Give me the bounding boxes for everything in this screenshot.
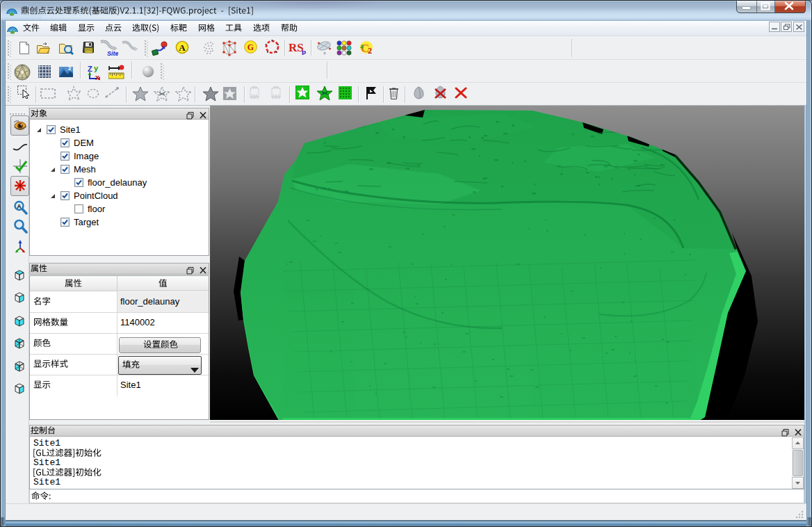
svg-text:p: p	[302, 47, 306, 55]
svg-text:x: x	[95, 73, 100, 81]
svg-text:A: A	[17, 203, 22, 210]
svg-text:y: y	[94, 65, 99, 72]
svg-text:Site: Site	[107, 50, 118, 57]
svg-text:4: 4	[360, 44, 363, 50]
svg-text:G: G	[247, 42, 254, 52]
svg-text:2: 2	[68, 65, 72, 72]
svg-text:2: 2	[368, 46, 372, 55]
svg-text:A: A	[179, 42, 186, 53]
svg-text:Z: Z	[88, 65, 92, 73]
